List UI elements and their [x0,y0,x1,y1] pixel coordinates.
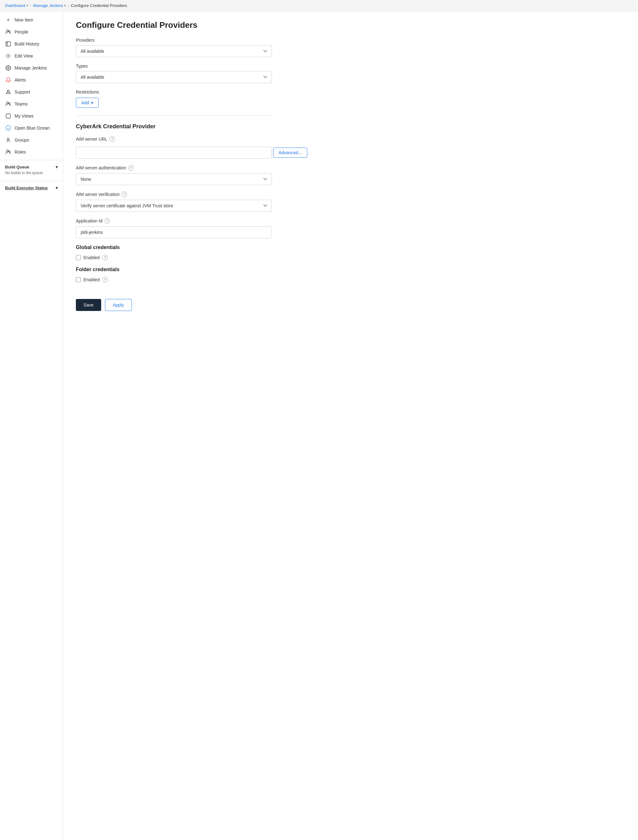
add-restriction-button[interactable]: Add ▾ [76,98,99,108]
breadcrumb-dashboard-chevron: ▾ [27,4,28,7]
add-button-label: Add [81,100,89,105]
breadcrumb-dashboard-label: Dashboard [5,3,25,8]
sidebar-item-label-my-views: My Views [14,114,33,118]
build-history-icon [5,41,11,47]
sidebar-divider-1 [0,160,63,160]
breadcrumb-dashboard[interactable]: Dashboard ▾ [5,3,28,8]
sidebar-item-roles[interactable]: Roles [0,146,63,158]
advanced-button[interactable]: Advanced... [273,148,307,158]
sidebar-item-teams[interactable]: Teams [0,98,63,110]
svg-point-6 [8,67,9,69]
sidebar-item-edit-view[interactable]: Edit View [0,50,63,62]
folder-credentials-section: Folder credentials Enabled ? [76,267,625,283]
sidebar-item-groups[interactable]: Groups [0,134,63,146]
sidebar-item-alerts[interactable]: Alerts [0,74,63,86]
cyberark-section-title: CyberArk Credential Provider [76,123,625,130]
form-actions: Save Apply [76,293,625,311]
save-button-label: Save [84,302,93,308]
sidebar-item-label-edit-view: Edit View [14,54,33,58]
main-content: Configure Credential Providers Providers… [63,11,638,840]
groups-icon [5,137,11,143]
sidebar-item-support[interactable]: Support [0,86,63,98]
svg-point-7 [7,90,9,92]
aim-auth-section: AIM server authentication ? None Certifi… [76,165,625,185]
build-executor-section: Build Executor Status ▾ [0,183,63,193]
global-enabled-label: Enabled [84,255,100,260]
plus-icon: + [5,17,11,23]
sidebar-item-my-views[interactable]: My Views [0,110,63,122]
sidebar-divider-2 [0,181,63,181]
build-queue-section: Build Queue ▾ No builds in the queue. [0,162,63,179]
svg-point-16 [9,151,10,152]
folder-enabled-help-icon[interactable]: ? [102,277,108,283]
sidebar-item-new-item[interactable]: + New Item [0,14,63,26]
sidebar-item-build-history[interactable]: Build History [0,38,63,50]
sidebar-item-manage-jenkins[interactable]: Manage Jenkins [0,62,63,74]
open-blue-ocean-icon [5,125,11,131]
alerts-icon [5,77,11,83]
svg-point-9 [9,103,10,104]
breadcrumb-manage-jenkins[interactable]: Manage Jenkins ▾ [33,3,66,8]
aim-auth-help-icon[interactable]: ? [128,165,134,171]
breadcrumb-sep-1: › [30,3,31,8]
build-queue-title: Build Queue [5,165,29,169]
app-id-section: Application Id ? [76,218,625,238]
global-enabled-checkbox[interactable] [76,255,81,260]
edit-view-icon [5,53,11,59]
svg-rect-2 [6,42,11,46]
app-id-input[interactable] [76,226,272,238]
sidebar-item-label-alerts: Alerts [14,77,26,82]
aim-url-input[interactable] [76,147,272,159]
svg-point-11 [6,126,11,131]
build-queue-header[interactable]: Build Queue ▾ [5,165,58,169]
build-queue-empty: No builds in the queue. [5,171,44,175]
breadcrumb-manage-jenkins-chevron: ▾ [64,4,66,7]
sidebar-item-label-open-blue-ocean: Open Blue Ocean [14,125,50,131]
global-credentials-title: Global credentials [76,245,625,250]
folder-enabled-label: Enabled [84,277,100,282]
sidebar-item-label-groups: Groups [14,137,29,142]
aim-verification-label: AIM server verification [76,192,120,197]
folder-enabled-checkbox[interactable] [76,277,81,282]
types-section: Types All available Selected [76,63,625,83]
aim-url-help-icon[interactable]: ? [109,136,115,142]
apply-button-label: Apply [113,302,124,308]
add-chevron-icon: ▾ [91,100,93,105]
svg-point-1 [9,31,10,32]
svg-point-0 [6,30,8,32]
breadcrumb-manage-jenkins-label: Manage Jenkins [33,3,63,8]
build-executor-chevron: ▾ [55,186,58,190]
build-executor-title: Build Executor Status [5,186,48,190]
people-icon [5,29,11,35]
aim-url-section: AIM server URL ? Advanced... [76,136,625,159]
svg-point-5 [8,55,9,57]
sidebar-item-open-blue-ocean[interactable]: Open Blue Ocean [0,122,63,134]
aim-verification-select[interactable]: Verify server certificate against JVM Tr… [76,200,272,212]
breadcrumb-sep-2: › [68,3,69,8]
save-button[interactable]: Save [76,299,101,311]
app-id-label: Application Id [76,218,103,223]
aim-url-label: AIM server URL [76,137,108,142]
my-views-icon [5,113,11,119]
svg-point-15 [6,150,8,152]
sidebar-item-label-roles: Roles [14,150,26,155]
apply-button[interactable]: Apply [105,299,132,311]
aim-auth-label: AIM server authentication [76,165,126,171]
types-select[interactable]: All available Selected [76,71,272,83]
types-label: Types [76,63,625,69]
providers-select[interactable]: All available Selected [76,45,272,57]
sidebar-item-label-manage-jenkins: Manage Jenkins [14,65,47,71]
global-enabled-help-icon[interactable]: ? [102,255,108,261]
roles-icon [5,149,11,155]
folder-enabled-row: Enabled ? [76,277,625,283]
page-title: Configure Credential Providers [76,20,625,30]
aim-auth-select[interactable]: None Certificate Username/Password [76,173,272,185]
global-credentials-section: Global credentials Enabled ? [76,245,625,261]
build-executor-header[interactable]: Build Executor Status ▾ [5,186,58,190]
app-id-help-icon[interactable]: ? [104,218,110,224]
sidebar-item-label-new-item: New Item [14,17,33,22]
advanced-button-label: Advanced... [279,150,302,155]
sidebar-item-people[interactable]: People [0,26,63,38]
sidebar-item-label-build-history: Build History [14,41,40,46]
aim-verification-help-icon[interactable]: ? [121,191,127,197]
